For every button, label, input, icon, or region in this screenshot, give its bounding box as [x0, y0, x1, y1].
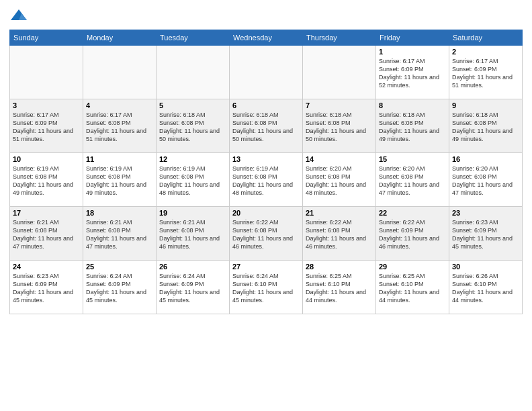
- day-cell: 11Sunrise: 6:19 AM Sunset: 6:08 PM Dayli…: [83, 153, 157, 207]
- day-number: 8: [379, 101, 446, 109]
- day-info: Sunrise: 6:18 AM Sunset: 6:08 PM Dayligh…: [306, 111, 373, 144]
- day-number: 20: [232, 209, 300, 217]
- day-info: Sunrise: 6:17 AM Sunset: 6:09 PM Dayligh…: [13, 111, 80, 144]
- day-cell: 6Sunrise: 6:18 AM Sunset: 6:08 PM Daylig…: [230, 99, 303, 153]
- day-cell: 14Sunrise: 6:20 AM Sunset: 6:08 PM Dayli…: [303, 153, 376, 207]
- day-info: Sunrise: 6:21 AM Sunset: 6:08 PM Dayligh…: [86, 218, 153, 251]
- week-row-1: 1Sunrise: 6:17 AM Sunset: 6:09 PM Daylig…: [10, 46, 523, 99]
- day-cell: 18Sunrise: 6:21 AM Sunset: 6:08 PM Dayli…: [83, 207, 157, 261]
- day-cell: 19Sunrise: 6:21 AM Sunset: 6:08 PM Dayli…: [157, 207, 230, 261]
- col-header-thursday: Thursday: [303, 30, 376, 46]
- day-number: 16: [452, 155, 519, 163]
- day-info: Sunrise: 6:21 AM Sunset: 6:08 PM Dayligh…: [159, 218, 226, 251]
- day-info: Sunrise: 6:20 AM Sunset: 6:08 PM Dayligh…: [306, 165, 373, 197]
- day-cell: 15Sunrise: 6:20 AM Sunset: 6:08 PM Dayli…: [376, 153, 449, 207]
- day-info: Sunrise: 6:18 AM Sunset: 6:08 PM Dayligh…: [379, 111, 446, 144]
- day-info: Sunrise: 6:19 AM Sunset: 6:08 PM Dayligh…: [159, 165, 226, 197]
- day-info: Sunrise: 6:22 AM Sunset: 6:08 PM Dayligh…: [306, 218, 373, 251]
- day-cell: 28Sunrise: 6:25 AM Sunset: 6:10 PM Dayli…: [303, 261, 376, 314]
- day-number: 1: [379, 48, 446, 56]
- day-number: 23: [452, 209, 519, 217]
- day-cell: 30Sunrise: 6:26 AM Sunset: 6:10 PM Dayli…: [449, 261, 523, 314]
- day-cell: 5Sunrise: 6:18 AM Sunset: 6:08 PM Daylig…: [157, 99, 230, 153]
- day-info: Sunrise: 6:24 AM Sunset: 6:09 PM Dayligh…: [86, 272, 153, 305]
- day-cell: 22Sunrise: 6:22 AM Sunset: 6:09 PM Dayli…: [376, 207, 449, 261]
- day-number: 2: [452, 48, 519, 56]
- day-number: 30: [452, 263, 519, 271]
- day-info: Sunrise: 6:26 AM Sunset: 6:10 PM Dayligh…: [452, 272, 519, 305]
- day-cell: 27Sunrise: 6:24 AM Sunset: 6:10 PM Dayli…: [230, 261, 303, 314]
- day-info: Sunrise: 6:19 AM Sunset: 6:08 PM Dayligh…: [86, 165, 153, 197]
- day-info: Sunrise: 6:22 AM Sunset: 6:09 PM Dayligh…: [379, 218, 446, 251]
- day-number: 25: [86, 263, 153, 271]
- day-cell: [10, 46, 83, 99]
- col-header-wednesday: Wednesday: [230, 30, 303, 46]
- day-info: Sunrise: 6:24 AM Sunset: 6:10 PM Dayligh…: [232, 272, 300, 305]
- day-cell: [83, 46, 157, 99]
- day-info: Sunrise: 6:22 AM Sunset: 6:08 PM Dayligh…: [232, 218, 300, 251]
- day-number: 22: [379, 209, 446, 217]
- day-cell: 4Sunrise: 6:17 AM Sunset: 6:08 PM Daylig…: [83, 99, 157, 153]
- week-row-2: 3Sunrise: 6:17 AM Sunset: 6:09 PM Daylig…: [10, 99, 523, 153]
- logo: [9, 7, 31, 26]
- day-cell: 10Sunrise: 6:19 AM Sunset: 6:08 PM Dayli…: [10, 153, 83, 207]
- day-number: 7: [306, 101, 373, 109]
- day-info: Sunrise: 6:20 AM Sunset: 6:08 PM Dayligh…: [379, 165, 446, 197]
- day-info: Sunrise: 6:19 AM Sunset: 6:08 PM Dayligh…: [232, 165, 300, 197]
- col-header-saturday: Saturday: [449, 30, 523, 46]
- day-cell: 12Sunrise: 6:19 AM Sunset: 6:08 PM Dayli…: [157, 153, 230, 207]
- day-cell: 8Sunrise: 6:18 AM Sunset: 6:08 PM Daylig…: [376, 99, 449, 153]
- day-number: 3: [13, 101, 80, 109]
- day-number: 29: [379, 263, 446, 271]
- logo-icon: [9, 7, 28, 26]
- day-cell: 13Sunrise: 6:19 AM Sunset: 6:08 PM Dayli…: [230, 153, 303, 207]
- day-cell: [230, 46, 303, 99]
- day-info: Sunrise: 6:18 AM Sunset: 6:08 PM Dayligh…: [232, 111, 300, 144]
- page: SundayMondayTuesdayWednesdayThursdayFrid…: [0, 0, 532, 411]
- day-number: 19: [159, 209, 226, 217]
- day-number: 6: [232, 101, 300, 109]
- day-number: 21: [306, 209, 373, 217]
- day-cell: 23Sunrise: 6:23 AM Sunset: 6:09 PM Dayli…: [449, 207, 523, 261]
- day-number: 27: [232, 263, 300, 271]
- day-cell: [303, 46, 376, 99]
- day-cell: 24Sunrise: 6:23 AM Sunset: 6:09 PM Dayli…: [10, 261, 83, 314]
- day-number: 24: [13, 263, 80, 271]
- day-info: Sunrise: 6:18 AM Sunset: 6:08 PM Dayligh…: [452, 111, 519, 144]
- week-row-4: 17Sunrise: 6:21 AM Sunset: 6:08 PM Dayli…: [10, 207, 523, 261]
- day-cell: 1Sunrise: 6:17 AM Sunset: 6:09 PM Daylig…: [376, 46, 449, 99]
- day-number: 10: [13, 155, 80, 163]
- day-number: 28: [306, 263, 373, 271]
- day-info: Sunrise: 6:19 AM Sunset: 6:08 PM Dayligh…: [13, 165, 80, 197]
- day-number: 14: [306, 155, 373, 163]
- day-number: 18: [86, 209, 153, 217]
- calendar-header-row: SundayMondayTuesdayWednesdayThursdayFrid…: [10, 30, 523, 46]
- col-header-sunday: Sunday: [10, 30, 83, 46]
- col-header-monday: Monday: [83, 30, 157, 46]
- day-number: 12: [159, 155, 226, 163]
- day-info: Sunrise: 6:20 AM Sunset: 6:08 PM Dayligh…: [452, 165, 519, 197]
- day-cell: [157, 46, 230, 99]
- col-header-friday: Friday: [376, 30, 449, 46]
- day-info: Sunrise: 6:25 AM Sunset: 6:10 PM Dayligh…: [379, 272, 446, 305]
- day-number: 17: [13, 209, 80, 217]
- day-number: 26: [159, 263, 226, 271]
- day-cell: 29Sunrise: 6:25 AM Sunset: 6:10 PM Dayli…: [376, 261, 449, 314]
- day-cell: 7Sunrise: 6:18 AM Sunset: 6:08 PM Daylig…: [303, 99, 376, 153]
- col-header-tuesday: Tuesday: [157, 30, 230, 46]
- day-info: Sunrise: 6:18 AM Sunset: 6:08 PM Dayligh…: [159, 111, 226, 144]
- day-number: 4: [86, 101, 153, 109]
- day-number: 11: [86, 155, 153, 163]
- day-cell: 26Sunrise: 6:24 AM Sunset: 6:09 PM Dayli…: [157, 261, 230, 314]
- week-row-3: 10Sunrise: 6:19 AM Sunset: 6:08 PM Dayli…: [10, 153, 523, 207]
- day-number: 15: [379, 155, 446, 163]
- day-info: Sunrise: 6:25 AM Sunset: 6:10 PM Dayligh…: [306, 272, 373, 305]
- day-cell: 20Sunrise: 6:22 AM Sunset: 6:08 PM Dayli…: [230, 207, 303, 261]
- day-cell: 2Sunrise: 6:17 AM Sunset: 6:09 PM Daylig…: [449, 46, 523, 99]
- day-cell: 17Sunrise: 6:21 AM Sunset: 6:08 PM Dayli…: [10, 207, 83, 261]
- day-info: Sunrise: 6:24 AM Sunset: 6:09 PM Dayligh…: [159, 272, 226, 305]
- day-number: 9: [452, 101, 519, 109]
- day-cell: 9Sunrise: 6:18 AM Sunset: 6:08 PM Daylig…: [449, 99, 523, 153]
- calendar-table: SundayMondayTuesdayWednesdayThursdayFrid…: [9, 30, 523, 314]
- day-number: 5: [159, 101, 226, 109]
